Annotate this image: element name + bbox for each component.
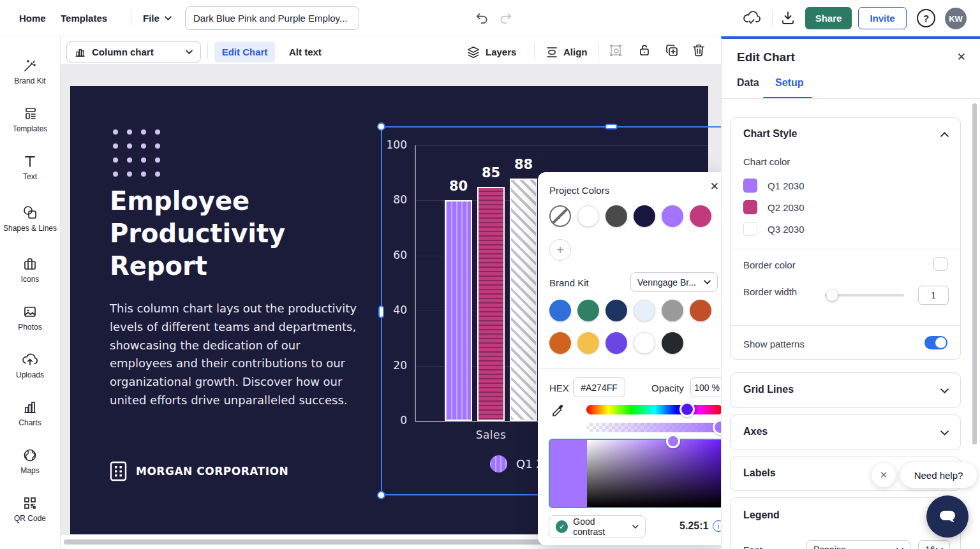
avatar[interactable]: KW	[945, 8, 967, 29]
layers-button[interactable]: Layers	[466, 41, 516, 62]
font-select[interactable]: Poppins	[806, 540, 910, 549]
bar-data-label: 88	[498, 157, 549, 172]
chart-type-select[interactable]: Column chart	[66, 41, 201, 62]
document-title-input[interactable]: Dark Blue Pink and Purple Employ...	[185, 6, 359, 30]
cloud-sync-icon[interactable]	[743, 10, 761, 26]
bar-q2-2030[interactable]	[477, 187, 505, 421]
color-swatch-2f8165[interactable]	[577, 300, 599, 321]
divider	[538, 368, 729, 369]
color-swatch-a274ff[interactable]	[662, 205, 683, 227]
border-color-swatch[interactable]	[933, 257, 947, 271]
divider	[731, 249, 960, 249]
color-swatch-d2631f[interactable]	[549, 332, 571, 354]
add-color-button[interactable]: +	[549, 239, 571, 261]
color-swatch-16163e[interactable]	[634, 205, 655, 227]
sidebar-item-qr-code[interactable]: QR Code	[0, 485, 61, 533]
close-icon[interactable]: ✕	[710, 180, 719, 193]
labels-header: Labels	[743, 467, 776, 479]
color-swatch-f3c14b[interactable]	[577, 332, 599, 354]
sidebar-item-templates[interactable]: Templates	[0, 96, 61, 143]
chevron-up-icon[interactable]	[940, 132, 949, 137]
invite-button[interactable]: Invite	[858, 7, 907, 29]
series-swatch-1[interactable]	[743, 179, 757, 193]
sidebar-item-maps[interactable]: Maps	[0, 437, 61, 485]
contrast-label: Good contrast	[573, 516, 627, 537]
contrast-button[interactable]: ✓ Good contrast	[549, 515, 646, 538]
color-swatch-9a9a9a[interactable]	[662, 300, 683, 321]
border-color-label: Border color	[743, 260, 796, 270]
border-width-input[interactable]: 1	[918, 286, 949, 305]
bar-q1-2030[interactable]	[445, 200, 472, 421]
hue-slider[interactable]	[586, 405, 723, 414]
color-swatch-1c3563[interactable]	[605, 300, 627, 321]
color-swatch-6c46e5[interactable]	[605, 332, 627, 354]
tab-data[interactable]: Data	[737, 77, 759, 89]
color-swatch-4a4a4a[interactable]	[605, 205, 627, 227]
eyedropper-icon[interactable]	[551, 403, 566, 418]
gradient-thumb[interactable]	[666, 434, 680, 448]
bar-q3-2030[interactable]	[510, 179, 537, 421]
color-swatch-ffffff[interactable]	[577, 205, 599, 227]
chart-style-header[interactable]: Chart Style	[743, 128, 797, 140]
color-swatch-c23a7e[interactable]	[690, 205, 711, 227]
close-icon[interactable]: ✕	[957, 50, 966, 64]
sidebar-item-brand-kit[interactable]: Brand Kit	[0, 48, 61, 96]
brand-kit-value: Venngage Br...	[637, 277, 696, 288]
undo-icon[interactable]	[475, 11, 489, 26]
sidebar-item-charts[interactable]: Charts	[0, 390, 61, 437]
help-button[interactable]: ?	[917, 9, 935, 27]
border-width-slider-thumb[interactable]	[826, 289, 838, 301]
lock-icon[interactable]	[637, 43, 652, 58]
brand-kit-select[interactable]: Venngage Br...	[630, 272, 718, 292]
home-link[interactable]: Home	[19, 0, 46, 36]
sidebar-item-photos[interactable]: Photos	[0, 294, 61, 342]
horizontal-scrollbar-thumb[interactable]	[64, 539, 614, 545]
opacity-input[interactable]: 100 %	[690, 377, 724, 397]
color-swatch-27272e[interactable]	[662, 332, 683, 354]
need-help-bubble[interactable]: Need help?	[900, 462, 977, 488]
sidebar-item-text[interactable]: Text	[0, 143, 61, 191]
series-swatch-2[interactable]	[743, 200, 757, 214]
duplicate-icon[interactable]	[664, 43, 679, 58]
color-swatch-c14f28[interactable]	[690, 300, 711, 321]
show-patterns-toggle[interactable]	[924, 336, 947, 349]
chat-widget-button[interactable]	[926, 495, 969, 538]
font-size-select[interactable]: 16	[918, 540, 950, 549]
series-swatch-3[interactable]	[743, 222, 757, 236]
x-axis-category-label: Sales	[440, 428, 542, 441]
color-swatch-ffffff[interactable]	[634, 332, 655, 354]
color-swatch-2e6fd9[interactable]	[549, 300, 571, 321]
templates-link[interactable]: Templates	[61, 0, 107, 36]
company-lockup[interactable]: MORGAN CORPORATION	[110, 461, 288, 481]
opacity-slider[interactable]	[586, 423, 723, 432]
y-axis-tick-label: 0	[351, 414, 407, 427]
hex-input[interactable]: #A274FF	[573, 377, 625, 397]
saturation-brightness-picker[interactable]	[549, 439, 724, 508]
design-title[interactable]: Employee Productivity Report	[110, 185, 327, 283]
download-icon[interactable]	[780, 10, 796, 26]
file-menu[interactable]: File	[143, 0, 172, 36]
tab-setup[interactable]: Setup	[775, 77, 803, 89]
axes-card[interactable]: Axes	[730, 414, 961, 450]
dismiss-help-button[interactable]: ✕	[872, 463, 896, 487]
legend-header[interactable]: Legend	[743, 509, 780, 521]
share-button[interactable]: Share	[805, 7, 852, 29]
trash-icon[interactable]	[691, 43, 706, 58]
align-button[interactable]: Align	[546, 41, 588, 62]
swatch-none[interactable]	[549, 205, 571, 227]
divider	[731, 325, 960, 326]
panel-scrollbar-thumb[interactable]	[972, 103, 977, 444]
sidebar-item-icons[interactable]: Icons	[0, 246, 61, 294]
sidebar-item-shapes-lines[interactable]: Shapes & Lines	[0, 191, 61, 246]
popup-title: Project Colors	[549, 185, 609, 196]
sidebar-item-uploads[interactable]: Uploads	[0, 342, 61, 390]
sidebar-label: Photos	[18, 323, 41, 332]
design-description[interactable]: This column chart lays out the productiv…	[110, 300, 365, 410]
edit-chart-button[interactable]: Edit Chart	[214, 41, 275, 62]
gradient-field[interactable]	[587, 440, 722, 507]
hue-slider-thumb[interactable]	[679, 402, 695, 417]
alt-text-button[interactable]: Alt text	[289, 41, 322, 62]
color-swatch-e7f0fa[interactable]	[634, 300, 655, 321]
grid-lines-card[interactable]: Grid Lines	[730, 372, 961, 408]
redo-icon[interactable]	[498, 11, 513, 26]
